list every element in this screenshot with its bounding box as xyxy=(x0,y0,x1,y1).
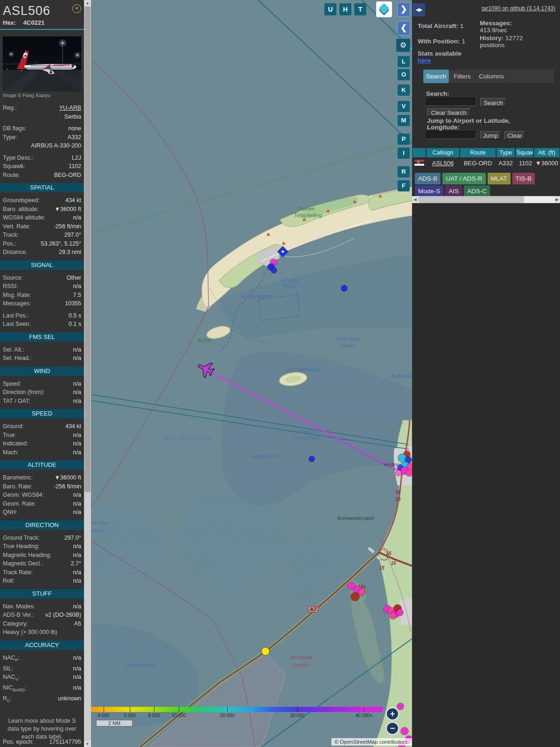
row-value: 0.5 s xyxy=(69,311,81,320)
marker-dot[interactable] xyxy=(397,703,404,710)
tab-search[interactable]: Search xyxy=(423,70,449,83)
row-callsign[interactable]: ASL506 xyxy=(427,158,459,169)
marker-dot[interactable] xyxy=(390,613,396,619)
section-header-wind: WIND xyxy=(0,366,84,376)
badge-ais[interactable]: AIS xyxy=(445,185,462,197)
table-horizontal-scrollbar[interactable]: ◀ ▶ xyxy=(412,196,560,203)
waypoint-diamond[interactable] xyxy=(278,247,288,257)
hscroll-thumb[interactable] xyxy=(419,197,524,203)
map-button-v[interactable]: V xyxy=(398,101,410,112)
map-button-l[interactable]: L xyxy=(398,56,410,67)
section-rows: Barometric:▼36000 ftBaro. Rate:-256 ft/m… xyxy=(0,470,84,521)
map-button-u[interactable]: U xyxy=(324,3,336,15)
map-button-k[interactable]: K xyxy=(398,85,410,96)
map-canvas[interactable]: FryslânDuinenTerschellingGrootePlaatJaco… xyxy=(91,0,412,747)
data-row: Heavy (> 300 000 lb) xyxy=(3,628,81,637)
marker-dot[interactable] xyxy=(406,470,412,476)
close-icon[interactable]: × xyxy=(72,4,81,13)
marker-dot[interactable] xyxy=(407,463,412,470)
jump-input[interactable] xyxy=(426,131,476,139)
data-row: Direction (from):n/a xyxy=(3,388,81,397)
header-alt[interactable]: Alt. (ft) xyxy=(534,148,560,157)
row-value: n/a xyxy=(73,673,81,684)
header-squawk[interactable]: Squawk xyxy=(516,148,533,157)
scrollbar-thumb[interactable] xyxy=(84,7,91,492)
hex-code: Hex: 4C0221 xyxy=(0,18,84,29)
search-input[interactable] xyxy=(426,98,476,106)
marker-dot[interactable] xyxy=(351,592,359,601)
map-button-f[interactable]: F xyxy=(398,180,410,191)
scroll-right-icon[interactable]: ▶ xyxy=(554,196,560,203)
sidebar-scrollbar[interactable]: ▲ ▼ xyxy=(84,0,91,747)
header-type[interactable]: Type xyxy=(497,148,515,157)
map-button-p[interactable]: P xyxy=(398,134,410,145)
row-label: Distance: xyxy=(3,248,27,257)
row-value: n/a xyxy=(73,448,81,457)
row-label: SIL: xyxy=(3,664,13,673)
row-value: 7.5 xyxy=(73,291,81,300)
clear-jump-button[interactable]: Clear xyxy=(504,131,525,140)
marker-dot[interactable] xyxy=(396,470,401,476)
data-row: Nav. Modes:n/a xyxy=(3,602,81,611)
row-value: 434 kt xyxy=(65,196,81,205)
scroll-down-icon[interactable]: ▼ xyxy=(84,741,91,747)
section-rows: NACP:n/aSIL:n/aNACV:n/aNICBARO:n/aRC:unk… xyxy=(0,650,84,709)
stats-here-link[interactable]: here xyxy=(418,57,431,64)
tab-filters[interactable]: Filters xyxy=(449,70,475,83)
marker-dot[interactable] xyxy=(341,285,347,291)
search-button[interactable]: Search xyxy=(480,98,506,107)
row-value: n/a xyxy=(73,282,81,291)
data-row: Distance:29.3 nmi xyxy=(3,248,81,257)
scroll-left-icon[interactable]: ◀ xyxy=(412,196,418,203)
row-value[interactable]: YU-ARB xyxy=(59,104,81,113)
stats-available: Stats availablehere xyxy=(418,50,462,64)
map-button-h[interactable]: H xyxy=(339,3,351,15)
map-button-r[interactable]: R xyxy=(398,166,410,177)
pan-left-button[interactable]: ❮ xyxy=(397,21,410,35)
section-rows: Source:OtherRSSI:n/aMsg. Rate:7.5Message… xyxy=(0,270,84,332)
header-route[interactable]: Route xyxy=(460,148,496,157)
scroll-up-icon[interactable]: ▲ xyxy=(84,0,91,6)
badge-ads-b[interactable]: ADS-B xyxy=(415,173,441,184)
pos-epoch-row: Pos. epoch: 1751147795 xyxy=(3,739,81,745)
badge-tis-b[interactable]: TIS-B xyxy=(512,173,535,184)
marker-dot[interactable] xyxy=(358,589,365,595)
github-link[interactable]: tar1090 on github (3.14.1743) xyxy=(482,5,555,12)
marker-dot[interactable] xyxy=(271,268,277,273)
marker-dot[interactable] xyxy=(397,609,403,616)
map-button-m[interactable]: M xyxy=(398,115,410,126)
tab-columns[interactable]: Columns xyxy=(476,70,507,83)
row-label: Geom. Rate: xyxy=(3,500,36,508)
section-header-stuff: STUFF xyxy=(0,589,84,599)
aircraft-detail-sidebar: ASL506 × Hex: 4C0221 xyxy=(0,0,84,747)
map-button-i[interactable]: I xyxy=(398,148,410,159)
marker-dot[interactable] xyxy=(401,727,408,735)
header-callsign[interactable]: Callsign xyxy=(427,148,459,157)
aircraft-photo[interactable]: AirSERBIA xyxy=(3,36,81,92)
row-label: Type: xyxy=(3,133,17,142)
row-value: n/a xyxy=(73,602,81,611)
collapse-panel-button[interactable]: ◀▶ xyxy=(413,3,425,16)
row-label: NICBARO: xyxy=(3,684,27,694)
clear-search-button[interactable]: Clear Search xyxy=(427,108,470,116)
map-button-o[interactable]: O xyxy=(398,69,410,80)
zoom-in-button[interactable]: + xyxy=(386,707,399,720)
marker-dot[interactable] xyxy=(309,456,315,462)
map-button-t[interactable]: T xyxy=(354,3,366,15)
settings-gear-button[interactable]: ⚙ xyxy=(396,39,410,52)
with-position: With Position: 1 xyxy=(418,38,465,45)
legend-tick-label: 4 000 xyxy=(98,713,109,718)
header-flag[interactable] xyxy=(413,148,426,157)
pan-right-button[interactable]: ❯ xyxy=(397,2,410,17)
layers-button[interactable] xyxy=(376,1,392,17)
zoom-out-button[interactable]: − xyxy=(386,722,399,735)
badge-ads-c[interactable]: ADS-C xyxy=(464,185,490,197)
badge-mode-s[interactable]: Mode-S xyxy=(415,185,443,197)
legend-tick-label: 8 000 xyxy=(148,713,160,718)
jump-button[interactable]: Jump xyxy=(480,131,501,140)
marker-dot[interactable] xyxy=(262,648,269,655)
badge-uat-ads-r[interactable]: UAT / ADS-R xyxy=(442,173,485,184)
badge-mlat[interactable]: MLAT xyxy=(488,173,511,184)
table-row[interactable]: ASL506 BEG-ORD A332 1102 ▼36000 xyxy=(413,158,560,169)
row-value: -256 ft/min xyxy=(54,482,81,491)
